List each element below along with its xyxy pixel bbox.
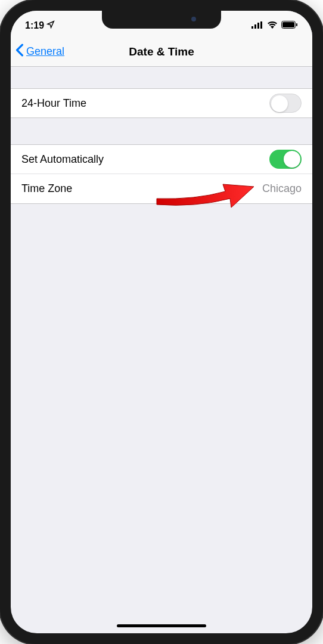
cellular-icon	[251, 20, 263, 31]
set-automatically-label: Set Automatically	[21, 153, 104, 166]
page-title: Date & Time	[129, 45, 194, 58]
nav-bar: General Date & Time	[11, 37, 312, 67]
svg-rect-5	[282, 22, 294, 27]
time-zone-value: Chicago	[262, 182, 302, 195]
toggle-knob	[284, 151, 300, 168]
24-hour-time-row[interactable]: 24-Hour Time	[11, 88, 312, 118]
chevron-left-icon	[15, 44, 24, 60]
home-indicator[interactable]	[117, 624, 206, 627]
section-gap	[11, 67, 312, 88]
set-automatically-row[interactable]: Set Automatically	[11, 144, 312, 174]
status-right	[251, 17, 298, 31]
screen: 1:19	[11, 11, 312, 633]
settings-content: 24-Hour Time Set Automatically Time Zone…	[11, 67, 312, 204]
svg-rect-0	[251, 26, 253, 29]
svg-rect-1	[254, 24, 256, 29]
location-icon	[46, 20, 55, 31]
svg-rect-6	[296, 23, 297, 26]
status-time: 1:19	[25, 20, 44, 31]
front-camera	[191, 17, 196, 21]
24-hour-time-toggle[interactable]	[269, 94, 302, 113]
time-zone-row[interactable]: Time Zone Chicago	[11, 174, 312, 204]
back-button[interactable]: General	[15, 44, 64, 60]
battery-icon	[281, 20, 298, 31]
svg-rect-3	[260, 21, 262, 29]
toggle-knob	[271, 95, 288, 112]
section-gap	[11, 118, 312, 144]
svg-rect-2	[257, 23, 259, 29]
set-automatically-toggle[interactable]	[269, 150, 302, 169]
device-frame: 1:19	[0, 0, 323, 644]
back-label: General	[26, 45, 64, 58]
notch	[102, 11, 221, 29]
auto-time-group: Set Automatically Time Zone Chicago	[11, 144, 312, 204]
time-zone-label: Time Zone	[21, 182, 72, 195]
24-hour-time-label: 24-Hour Time	[21, 97, 86, 110]
wifi-icon	[267, 20, 278, 31]
status-left: 1:19	[25, 17, 55, 31]
